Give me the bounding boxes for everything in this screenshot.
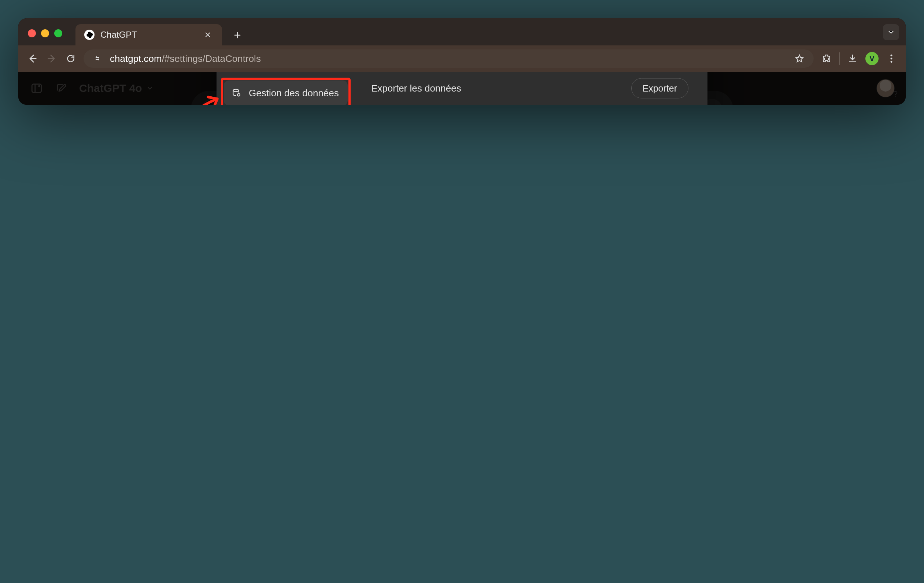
svg-point-3	[891, 58, 893, 60]
browser-menu-icon[interactable]	[885, 53, 898, 65]
site-settings-icon[interactable]	[92, 53, 103, 64]
row-label: Exporter les données	[371, 83, 624, 94]
bookmark-star-icon[interactable]	[793, 53, 806, 65]
tab-overview-button[interactable]	[883, 24, 899, 40]
nav-reload-button[interactable]	[64, 53, 77, 65]
browser-tab[interactable]: ChatGPT	[76, 24, 222, 45]
svg-point-4	[891, 61, 893, 63]
window-fullscreen-button[interactable]	[54, 29, 62, 37]
svg-point-2	[891, 54, 893, 56]
browser-window: ChatGPT chatgpt.com/#settings	[18, 18, 906, 105]
downloads-icon[interactable]	[846, 53, 859, 65]
page-content: ChatGPT 4o Mes ChatGPT peut faire des er…	[18, 72, 906, 105]
window-traffic-lights	[28, 29, 62, 37]
settings-sidebar: Général Personnalisation Fonctionnalités…	[224, 72, 351, 105]
svg-point-1	[98, 59, 99, 60]
browser-profile-avatar[interactable]: V	[865, 52, 879, 65]
row-export-data: Exporter les données Exporter	[369, 72, 691, 105]
sidebar-item-data-controls[interactable]: Gestion des données	[224, 81, 348, 105]
nav-back-button[interactable]	[26, 53, 39, 65]
export-data-button[interactable]: Exporter	[631, 78, 688, 99]
database-icon	[231, 88, 241, 98]
sidebar-item-voice[interactable]: Fonctionnalités vocales	[224, 72, 348, 78]
window-minimize-button[interactable]	[41, 29, 49, 37]
browser-tab-title: ChatGPT	[101, 30, 196, 40]
settings-modal: Paramètres Général	[216, 72, 708, 105]
nav-forward-button[interactable]	[45, 53, 58, 65]
svg-point-9	[233, 89, 239, 92]
settings-panel: Améliorer le modèle pour tous Désactivé …	[354, 72, 694, 105]
tab-close-icon[interactable]	[202, 29, 213, 40]
svg-point-0	[96, 57, 97, 58]
sidebar-item-label: Gestion des données	[249, 87, 340, 99]
svg-point-10	[238, 94, 240, 96]
chatgpt-favicon-icon	[84, 30, 94, 40]
extensions-icon[interactable]	[820, 53, 833, 65]
window-close-button[interactable]	[28, 29, 36, 37]
